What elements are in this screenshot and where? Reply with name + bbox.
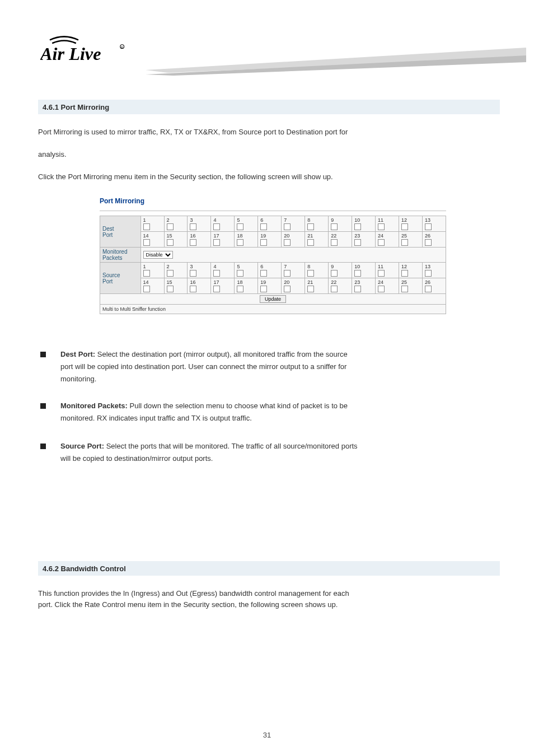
source-port-25-checkbox[interactable] (401, 286, 408, 292)
source-port-11-checkbox[interactable] (378, 270, 385, 277)
bullet-icon (40, 403, 46, 409)
source-port-6-checkbox[interactable] (260, 270, 267, 277)
dest-port-24-checkbox[interactable] (378, 239, 385, 246)
dest-port-19-checkbox[interactable] (260, 239, 267, 246)
intro-line-2: analysis. (38, 149, 500, 160)
intro-line-3: Click the Port Mirroring menu item in th… (38, 171, 500, 183)
dest-port-25-checkbox[interactable] (401, 239, 408, 246)
source-port-16-checkbox[interactable] (190, 286, 196, 292)
dest-port-20-checkbox[interactable] (284, 239, 291, 246)
source-port-7-checkbox[interactable] (284, 270, 291, 277)
bandwidth-intro-line-2: port. Click the Rate Control menu item i… (38, 599, 500, 610)
source-port-20-checkbox[interactable] (284, 286, 291, 292)
dest-port-9-checkbox[interactable] (331, 223, 338, 230)
source-port-21-checkbox[interactable] (307, 286, 314, 292)
bullet-1-line-1: Dest Port: Select the destination port (… (60, 349, 497, 360)
source-port-26-checkbox[interactable] (425, 286, 432, 292)
dest-port-2-checkbox[interactable] (167, 223, 174, 230)
dest-port-17-checkbox[interactable] (213, 239, 220, 246)
source-port-13-checkbox[interactable] (425, 270, 432, 277)
page-number: 31 (0, 731, 534, 739)
dest-port-23-checkbox[interactable] (354, 239, 361, 246)
source-port-2-checkbox[interactable] (167, 270, 174, 277)
screenshot-footnote: Multi to Multi Sniffer function (100, 305, 446, 314)
source-port-10-checkbox[interactable] (354, 270, 361, 277)
bullet-icon (40, 444, 46, 449)
dest-port-5-checkbox[interactable] (237, 223, 243, 230)
source-port-15-checkbox[interactable] (167, 286, 174, 292)
dest-port-3-checkbox[interactable] (190, 223, 196, 230)
dest-port-8-checkbox[interactable] (307, 223, 314, 230)
bullet-2-line-2: monitored. RX indicates input traffic an… (60, 413, 497, 424)
source-port-17-checkbox[interactable] (213, 286, 220, 292)
source-port-24-checkbox[interactable] (378, 286, 385, 292)
svg-text:R: R (121, 46, 124, 49)
source-port-label: Source Port (100, 263, 141, 294)
bullet-1-line-3: monitoring. (60, 374, 497, 385)
source-port-23-checkbox[interactable] (354, 286, 361, 292)
source-port-5-checkbox[interactable] (237, 270, 243, 277)
page: Air Live R 4.6.1 Port Mirroring Port Mir… (0, 0, 534, 756)
source-port-18-checkbox[interactable] (237, 286, 243, 292)
dest-port-4-checkbox[interactable] (213, 223, 220, 230)
dest-port-22-checkbox[interactable] (331, 239, 338, 246)
divider (100, 211, 446, 211)
source-port-1-checkbox[interactable] (143, 270, 150, 277)
dest-port-6-checkbox[interactable] (260, 223, 267, 230)
bandwidth-intro-line-1: This function provides the In (Ingress) … (38, 588, 500, 599)
bullet-3-line-1: Source Port: Select the ports that will … (60, 441, 497, 452)
svg-text:Air Live: Air Live (40, 44, 101, 64)
source-port-12-checkbox[interactable] (401, 270, 408, 277)
dest-port-label: Dest Port (100, 216, 141, 248)
dest-port-1-checkbox[interactable] (143, 223, 150, 230)
bullet-2-line-1: Monitored Packets: Pull down the selecti… (60, 400, 497, 412)
source-port-3-checkbox[interactable] (190, 270, 196, 277)
source-port-4-checkbox[interactable] (213, 270, 220, 277)
source-port-19-checkbox[interactable] (260, 286, 267, 292)
bullet-3-line-2: will be copied to destination/mirror out… (60, 453, 497, 464)
dest-port-26-checkbox[interactable] (425, 239, 432, 246)
logo: Air Live R (40, 31, 135, 70)
dest-port-15-checkbox[interactable] (167, 239, 174, 246)
dest-port-12-checkbox[interactable] (401, 223, 408, 230)
intro-line-1: Port Mirroring is used to mirror traffic… (38, 127, 500, 138)
section-heading-port-mirroring: 4.6.1 Port Mirroring (38, 100, 500, 114)
dest-port-14-checkbox[interactable] (143, 239, 150, 246)
source-port-8-checkbox[interactable] (307, 270, 314, 277)
dest-port-11-checkbox[interactable] (378, 223, 385, 230)
port-mirroring-table: Dest Port 1 2 3 4 5 6 7 8 9 10 11 12 13 … (100, 216, 446, 305)
dest-port-21-checkbox[interactable] (307, 239, 314, 246)
screenshot-title: Port Mirroring (100, 197, 446, 205)
svg-marker-4 (146, 55, 526, 76)
source-port-22-checkbox[interactable] (331, 286, 338, 292)
dest-port-13-checkbox[interactable] (425, 223, 432, 230)
source-port-14-checkbox[interactable] (143, 286, 150, 292)
source-port-9-checkbox[interactable] (331, 270, 338, 277)
bullet-icon (40, 352, 46, 357)
dest-port-7-checkbox[interactable] (284, 223, 291, 230)
dest-port-10-checkbox[interactable] (354, 223, 361, 230)
port-mirroring-screenshot: Port Mirroring Dest Port 1 2 3 4 5 6 7 8… (100, 197, 446, 314)
update-button[interactable]: Update (260, 295, 286, 303)
header-swoosh (146, 48, 526, 76)
monitored-packets-label: Monitored Packets (100, 248, 141, 263)
section-heading-bandwidth-control: 4.6.2 Bandwidth Control (38, 561, 500, 576)
monitored-packets-select[interactable]: Disable (143, 251, 173, 259)
dest-port-18-checkbox[interactable] (237, 239, 243, 246)
bullet-1-line-2: port will be copied into destination por… (60, 361, 497, 372)
dest-port-16-checkbox[interactable] (190, 239, 196, 246)
